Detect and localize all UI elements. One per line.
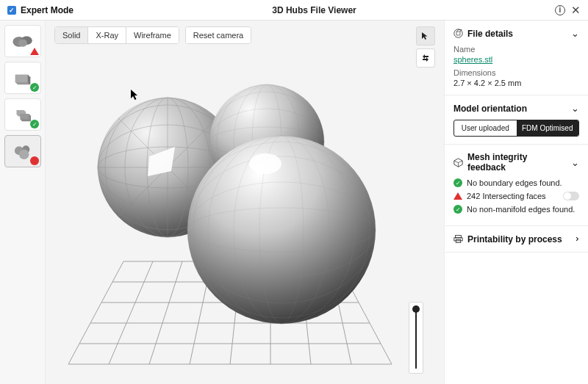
orientation-section: Model orientation ⌄ User uploaded FDM Op… xyxy=(445,95,588,145)
mesh-integrity-section: Mesh integrity feedback ⌄ ✓ No boundary … xyxy=(445,145,588,226)
orientation-header[interactable]: Model orientation ⌄ xyxy=(453,103,579,114)
svg-point-55 xyxy=(249,153,282,174)
chevron-down-icon: ⌄ xyxy=(571,157,579,168)
expert-mode-label: Expert Mode xyxy=(21,5,74,15)
file-name-link[interactable]: spheres.stl xyxy=(453,55,492,64)
thumbnail-strip: ✓ ✓ xyxy=(0,21,46,384)
chevron-right-icon: ⌄ xyxy=(570,235,581,243)
slider-knob-icon[interactable] xyxy=(412,305,420,313)
mesh-icon xyxy=(453,158,463,167)
svg-marker-4 xyxy=(15,75,28,82)
svg-line-20 xyxy=(149,261,182,364)
app-title: 3D Hubs File Viewer xyxy=(74,5,555,15)
section-slider[interactable] xyxy=(409,302,423,374)
error-badge-icon xyxy=(30,48,39,55)
svg-point-11 xyxy=(19,149,29,159)
intersecting-faces-toggle[interactable] xyxy=(563,192,579,200)
ok-badge-icon: ✓ xyxy=(30,83,39,92)
svg-marker-8 xyxy=(21,114,29,120)
file-details-section: File details ⌄ Name spheres.stl Dimensio… xyxy=(445,21,588,95)
dims-label: Dimensions xyxy=(453,68,579,77)
printer-icon xyxy=(453,234,463,244)
svg-point-2 xyxy=(18,39,27,46)
orientation-segment: User uploaded FDM Optimised xyxy=(453,120,579,137)
chevron-down-icon: ⌄ xyxy=(571,103,579,114)
file-details-header[interactable]: File details ⌄ xyxy=(453,28,579,39)
check-circle-icon: ✓ xyxy=(453,178,462,187)
name-label: Name xyxy=(453,45,579,54)
expert-mode-check-icon: ✓ xyxy=(7,6,16,15)
svg-point-46 xyxy=(187,136,376,324)
3d-viewport[interactable]: Solid X-Ray Wireframe Reset camera xyxy=(46,21,444,384)
warn-badge-icon xyxy=(30,156,39,165)
chevron-down-icon: ⌄ xyxy=(571,28,579,39)
right-panel: File details ⌄ Name spheres.stl Dimensio… xyxy=(444,21,588,384)
file-icon xyxy=(453,29,463,38)
warning-triangle-icon xyxy=(453,192,462,200)
svg-rect-58 xyxy=(455,236,461,238)
thumbnail-1[interactable]: ✓ xyxy=(4,62,41,94)
orientation-fdm-optimised[interactable]: FDM Optimised xyxy=(517,120,579,136)
mesh-feedback-2: ✓ No non-manifold edges found. xyxy=(453,205,579,214)
mesh-integrity-header[interactable]: Mesh integrity feedback ⌄ xyxy=(453,152,579,173)
printability-section: Printability by process ⌄ xyxy=(445,226,588,253)
thumbnail-3[interactable] xyxy=(4,135,41,167)
mesh-feedback-0: ✓ No boundary edges found. xyxy=(453,178,579,187)
close-icon[interactable]: ✕ xyxy=(571,4,581,17)
thumbnail-0[interactable] xyxy=(4,25,41,57)
orientation-user-uploaded[interactable]: User uploaded xyxy=(454,120,517,136)
ok-badge-icon: ✓ xyxy=(30,120,39,128)
scene-render xyxy=(46,21,444,384)
info-icon[interactable]: i xyxy=(555,5,565,15)
printability-header[interactable]: Printability by process ⌄ xyxy=(453,233,579,244)
thumbnail-2[interactable]: ✓ xyxy=(4,98,41,131)
check-circle-icon: ✓ xyxy=(453,205,462,214)
titlebar: ✓ Expert Mode 3D Hubs File Viewer i ✕ xyxy=(0,0,588,21)
dims-value: 2.7 × 4.2 × 2.5 mm xyxy=(453,79,579,87)
mesh-feedback-1: 242 Intersecting faces xyxy=(453,192,579,200)
